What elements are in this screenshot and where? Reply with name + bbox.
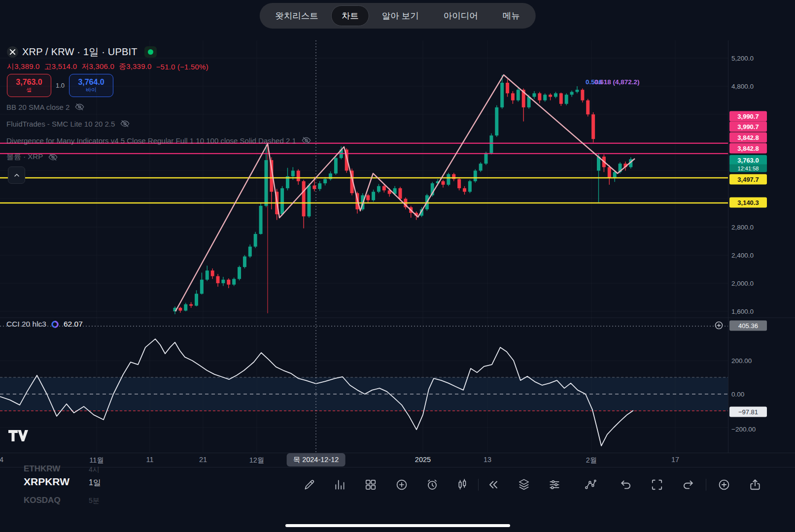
buy-button[interactable]: 3,764.0 바이 (69, 74, 113, 97)
next-interval[interactable]: 5분 (89, 497, 100, 505)
eye-off-icon[interactable] (74, 102, 85, 111)
ohlc-open-value: 3,389.0 (14, 62, 39, 70)
ohlc-low-value: 3,306.0 (89, 62, 114, 70)
indicator-row-bb[interactable]: BB 20 SMA close 2 (6, 102, 85, 111)
fullscreen-icon[interactable] (646, 474, 668, 496)
layouts-icon[interactable] (360, 474, 381, 496)
indicator-label: FluidTrades - SMC Lite 10 20 2.5 (6, 120, 115, 128)
spread-value: 1.0 (56, 82, 65, 89)
price-axis[interactable]: 5,200.04,800.02,800.02,400.02,000.01,600… (728, 0, 795, 467)
undo-icon[interactable] (615, 474, 637, 496)
interval-button[interactable]: 1일 (89, 478, 101, 488)
indicator-row-divergence[interactable]: Divergence for Many Indicators v4 5 Clos… (6, 136, 311, 145)
draw-tool-icon[interactable] (299, 474, 320, 496)
add-symbol-icon[interactable] (713, 474, 735, 496)
indicator-row-smc[interactable]: FluidTrades - SMC Lite 10 20 2.5 (6, 119, 130, 128)
top-nav: 왓치리스트 차트 알아 보기 아이디어 메뉴 (259, 3, 535, 29)
indicator-label: BB 20 SMA close 2 (6, 103, 69, 111)
axis-tick: −200.00 (731, 426, 756, 433)
bottom-toolbar: ETHKRW 4시 XRPKRW 1일 KOSDAQ 5분 (0, 467, 795, 503)
axis-tick: 2,800.0 (731, 224, 754, 231)
symbol-title: XRP / KRW · 1일 · UPBIT (22, 45, 138, 59)
indicator-row-volume[interactable]: 볼륨 · XRP (6, 152, 58, 162)
settings-icon[interactable] (544, 474, 565, 496)
ohlc-row: 시3,389.0 고3,514.0 저3,306.0 종3,339.0 −51.… (7, 62, 208, 71)
price-badge-green: 3,763.012:41:58 (729, 155, 767, 172)
market-open-dot (148, 49, 153, 55)
ohlc-high-label: 고 (44, 62, 52, 70)
sell-price: 3,763.0 (16, 78, 42, 87)
tab-menu[interactable]: 메뉴 (491, 3, 532, 29)
eye-off-icon[interactable] (301, 136, 311, 145)
indicator-label: 볼륨 · XRP (6, 152, 43, 162)
toolbar-separator (706, 479, 706, 491)
indicator-label: Divergence for Many Indicators v4 5 Clos… (6, 136, 296, 145)
cci-value: 62.07 (64, 320, 83, 329)
replay-icon[interactable] (483, 474, 504, 496)
tab-ideas[interactable]: 아이디어 (432, 3, 490, 29)
buy-label: 바이 (86, 87, 97, 93)
next-symbol[interactable]: KOSDAQ (24, 496, 61, 505)
tab-chart[interactable]: 차트 (331, 5, 369, 26)
price-badge-pink: 3,990.7 (729, 122, 767, 132)
tradingview-logo[interactable] (8, 430, 29, 442)
symbol-header[interactable]: XRP / KRW · 1일 · UPBIT (7, 45, 157, 59)
toolbar-separator (478, 479, 479, 491)
alerts-icon[interactable] (421, 474, 443, 496)
axis-tick: 4,800.0 (731, 83, 754, 90)
tab-watchlist[interactable]: 왓치리스트 (263, 3, 330, 29)
price-badge-yellow: 3,140.3 (729, 198, 767, 208)
trade-panel: 3,763.0 셀 1.0 3,764.0 바이 (7, 74, 113, 97)
add-icon[interactable] (391, 474, 413, 496)
axis-tick: 1,600.0 (731, 308, 754, 315)
bar-style-icon[interactable] (452, 474, 474, 496)
objects-icon[interactable] (513, 474, 535, 496)
eye-off-icon[interactable] (120, 119, 130, 128)
sell-button[interactable]: 3,763.0 셀 (7, 74, 51, 97)
time-tick: 4 (0, 456, 3, 464)
time-tick: 2월 (586, 456, 597, 465)
time-axis[interactable]: 목 2024-12-12 411월112112월2025132월17 (0, 452, 728, 467)
price-badge-yellow: 3,497.7 (729, 174, 767, 185)
prev-interval[interactable]: 4시 (89, 466, 100, 474)
price-badge-pink: 3,842.8 (729, 143, 767, 154)
ohlc-close-label: 종 (119, 62, 126, 70)
axis-tick: 200.00 (731, 357, 752, 365)
cci-indicator-header[interactable]: CCI 20 hlc3 62.07 (6, 320, 83, 329)
time-tick: 11 (146, 456, 153, 464)
redo-icon[interactable] (677, 474, 699, 496)
ohlc-high-value: 3,514.0 (52, 62, 77, 70)
indicators-icon[interactable] (329, 474, 351, 496)
time-tick: 17 (671, 456, 679, 464)
axis-tick: 0.00 (731, 391, 744, 398)
time-tick: 13 (484, 456, 491, 464)
price-badge-pink: 3,990.7 (729, 111, 767, 122)
price-badge-gray: 405.36 (729, 321, 767, 331)
ohlc-close-value: 3,339.0 (126, 62, 151, 70)
legend-collapse-button[interactable] (8, 166, 25, 184)
market-status-indicator[interactable] (144, 46, 157, 58)
chevron-up-icon (13, 171, 21, 179)
axis-tick: 2,400.0 (731, 252, 754, 259)
time-tick: 12월 (249, 456, 265, 465)
axis-tick: 5,200.0 (731, 55, 754, 62)
share-icon[interactable] (744, 474, 766, 496)
home-indicator[interactable] (285, 524, 510, 527)
sell-label: 셀 (27, 87, 32, 93)
prev-symbol[interactable]: ETHKRW (24, 464, 60, 474)
trading-app-screen: 왓치리스트 차트 알아 보기 아이디어 메뉴 XRP / KRW · 1일 · … (0, 0, 795, 532)
eye-off-icon[interactable] (48, 153, 58, 162)
time-tick: 21 (199, 456, 207, 464)
cci-indicator-label: CCI 20 hlc3 (6, 320, 46, 329)
symbol-button[interactable]: XRPKRW (24, 476, 69, 488)
ohlc-low-label: 저 (81, 62, 89, 70)
ohlc-open-label: 시 (7, 62, 14, 70)
price-badge-pink: 3,842.8 (729, 133, 767, 143)
axis-tick: 2,000.0 (731, 280, 754, 287)
candlestick-series (173, 75, 633, 314)
time-tick: 11월 (89, 456, 104, 465)
crosshair-date-badge: 목 2024-12-12 (287, 453, 346, 466)
tab-explore[interactable]: 알아 보기 (370, 3, 431, 29)
drawings-icon[interactable] (580, 474, 601, 496)
axis-add-alert-icon[interactable] (714, 321, 724, 330)
